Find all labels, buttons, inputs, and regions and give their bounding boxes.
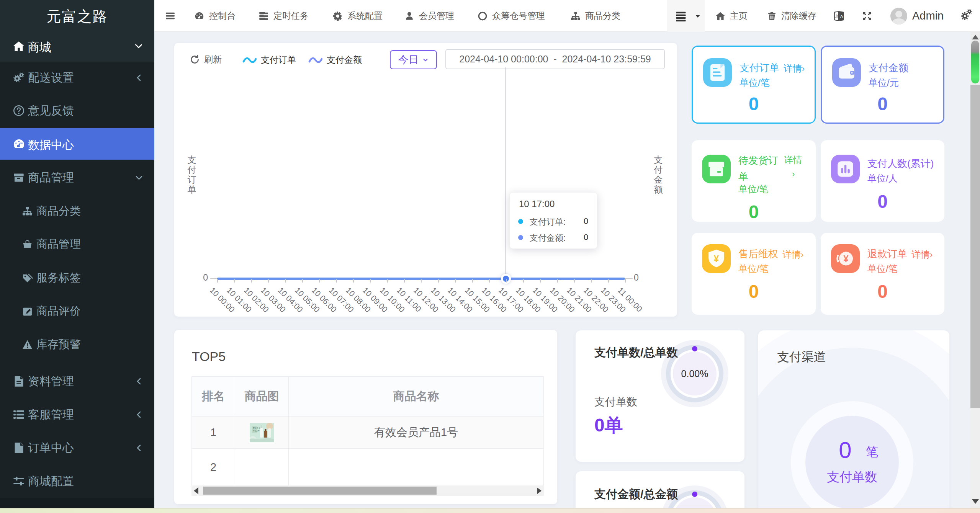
svg-text:¥: ¥ [714,254,719,264]
svg-text:有效会员: 有效会员 [253,427,260,429]
svg-text:产品1号: 产品1号 [253,430,260,432]
svg-text:文: 文 [835,14,839,18]
svg-text:A: A [840,14,843,19]
svg-text:¥: ¥ [844,254,849,264]
